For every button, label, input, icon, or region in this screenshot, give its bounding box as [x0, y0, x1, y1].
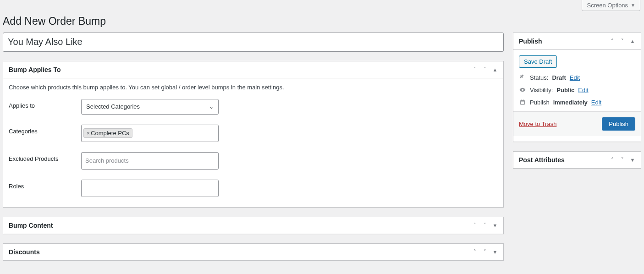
edit-visibility-link[interactable]: Edit — [578, 87, 588, 93]
remove-tag-icon[interactable]: × — [87, 130, 90, 137]
applies-to-label: Applies to — [9, 99, 81, 109]
category-tag-label: Complete PCs — [91, 130, 129, 137]
metabox-title: Publish — [513, 33, 548, 49]
applies-to-value: Selected Categories — [86, 103, 140, 110]
metabox-title: Post Attributes — [513, 152, 570, 168]
roles-label: Roles — [9, 180, 81, 190]
metabox-bump-applies: Bump Applies To ˄ ˅ ▲ Choose which produ… — [3, 61, 504, 208]
move-down-icon[interactable]: ˅ — [619, 38, 626, 45]
edit-status-link[interactable]: Edit — [570, 74, 580, 81]
edit-publish-date-link[interactable]: Edit — [591, 99, 601, 106]
visibility-value: Public — [556, 87, 574, 93]
metabox-post-attributes: Post Attributes ˄ ˅ ▼ — [513, 151, 641, 169]
move-up-icon[interactable]: ˄ — [609, 156, 616, 164]
pin-icon — [519, 74, 526, 81]
metabox-discounts: Discounts ˄ ˅ ▼ — [3, 243, 504, 261]
roles-search[interactable] — [83, 183, 216, 193]
toggle-panel-icon[interactable]: ▼ — [491, 222, 499, 229]
screen-options-toggle[interactable]: Screen Options ▼ — [582, 0, 640, 11]
move-to-trash-link[interactable]: Move to Trash — [519, 121, 556, 127]
move-down-icon[interactable]: ˅ — [481, 248, 489, 256]
metabox-description: Choose which products this bump applies … — [9, 84, 498, 91]
calendar-icon — [519, 99, 526, 105]
move-up-icon[interactable]: ˄ — [471, 248, 479, 256]
metabox-publish: Publish ˄ ˅ ▲ Save Draft Status: Draft E… — [513, 33, 641, 142]
toggle-panel-icon[interactable]: ▼ — [491, 248, 499, 256]
move-down-icon[interactable]: ˅ — [619, 156, 626, 164]
excluded-products-label: Excluded Products — [9, 152, 81, 162]
category-tag: × Complete PCs — [83, 128, 132, 138]
metabox-title: Bump Content — [3, 217, 58, 234]
publish-on-label: Publish — [530, 99, 550, 106]
move-down-icon[interactable]: ˅ — [481, 222, 489, 229]
post-title-input[interactable] — [3, 33, 504, 52]
toggle-panel-icon[interactable]: ▲ — [491, 66, 499, 73]
excluded-products-search[interactable] — [83, 155, 216, 166]
status-value: Draft — [552, 74, 566, 81]
chevron-down-icon: ⌄ — [209, 104, 214, 110]
move-down-icon[interactable]: ˅ — [481, 66, 489, 73]
status-label: Status: — [530, 74, 548, 81]
save-draft-button[interactable]: Save Draft — [519, 55, 557, 68]
toggle-panel-icon[interactable]: ▲ — [629, 38, 636, 45]
visibility-label: Visibility: — [530, 87, 553, 93]
categories-label: Categories — [9, 125, 81, 135]
roles-input[interactable] — [81, 180, 219, 197]
excluded-products-input[interactable] — [81, 152, 219, 170]
metabox-bump-content: Bump Content ˄ ˅ ▼ — [3, 217, 504, 234]
chevron-down-icon: ▼ — [631, 3, 635, 8]
publish-on-value: immediately — [553, 99, 588, 106]
move-up-icon[interactable]: ˄ — [609, 38, 616, 45]
metabox-title: Discounts — [3, 244, 45, 260]
toggle-panel-icon[interactable]: ▼ — [629, 156, 636, 164]
applies-to-select[interactable]: Selected Categories ⌄ — [81, 99, 219, 115]
metabox-title: Bump Applies To — [3, 61, 66, 78]
page-title: Add New Order Bump — [0, 15, 644, 33]
eye-icon — [519, 87, 526, 93]
move-up-icon[interactable]: ˄ — [471, 66, 479, 73]
publish-button[interactable]: Publish — [602, 117, 635, 131]
categories-input[interactable]: × Complete PCs — [81, 125, 219, 142]
move-up-icon[interactable]: ˄ — [471, 222, 479, 229]
screen-options-label: Screen Options — [587, 2, 628, 9]
